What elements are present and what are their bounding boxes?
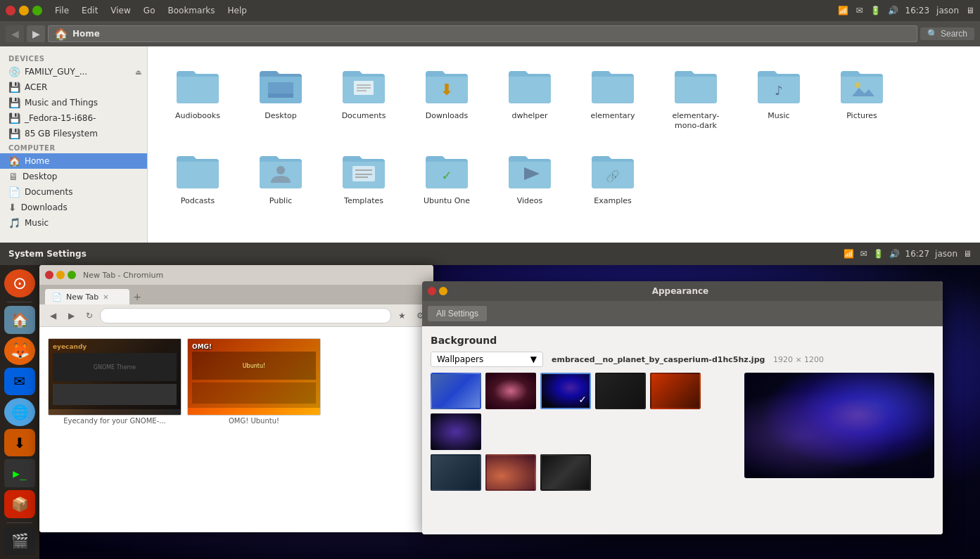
folder-label: Ubuntu One: [424, 196, 470, 206]
menubar: File Edit View Go Bookmarks Help 📶 ✉ 🔋 🔊…: [0, 0, 980, 21]
folder-pictures[interactable]: Pictures: [823, 58, 901, 137]
folder-label: Templates: [344, 196, 383, 206]
all-settings-button[interactable]: All Settings: [428, 306, 487, 321]
chrome-back-button[interactable]: ◀: [45, 308, 61, 323]
folder-ubuntu-one[interactable]: ✓ Ubuntu One: [408, 143, 485, 212]
terminal-icon: ▶_: [13, 467, 26, 480]
wallpaper-row3-2[interactable]: [485, 454, 536, 491]
folder-templates[interactable]: Templates: [325, 143, 402, 212]
launcher-ubuntu[interactable]: ⊙: [4, 269, 35, 297]
minimize-button[interactable]: [19, 6, 29, 15]
folder-desktop[interactable]: Desktop: [242, 58, 319, 137]
sidebar-item-label: _Fedora-15-i686-: [25, 113, 141, 123]
wallpaper-row3-3[interactable]: [540, 454, 591, 491]
wallpaper-row2-2[interactable]: [650, 373, 701, 409]
sidebar-item-acer[interactable]: 💾 ACER: [0, 79, 147, 95]
folder-elementary-mono-dark[interactable]: elementary-mono-dark: [657, 58, 734, 137]
sidebar-item-music[interactable]: 🎵 Music: [0, 215, 147, 231]
launcher-installer[interactable]: ⬇: [4, 429, 35, 457]
menu-bookmarks[interactable]: Bookmarks: [162, 4, 220, 17]
wallpaper-blue[interactable]: [431, 373, 481, 409]
sidebar-item-documents[interactable]: 📄 Documents: [0, 184, 147, 200]
folder-icon: [175, 63, 220, 108]
wallpaper-row2-1[interactable]: [595, 373, 646, 409]
folder-downloads[interactable]: ⬇ Downloads: [408, 58, 485, 137]
menu-go[interactable]: Go: [138, 4, 161, 17]
chrome-maximize-button[interactable]: [68, 271, 76, 279]
forward-button[interactable]: ▶: [27, 25, 45, 42]
launcher-divider-2: [7, 522, 32, 523]
folder-elementary[interactable]: elementary: [574, 58, 651, 137]
device-icon: 💾: [8, 82, 20, 93]
search-label: Search: [941, 29, 967, 39]
folder-examples[interactable]: 🔗 Examples: [574, 143, 651, 212]
launcher-video[interactable]: 🎬: [4, 527, 35, 555]
menu-file[interactable]: File: [49, 4, 75, 17]
appearance-window-controls: [428, 287, 447, 295]
clock: 16:23: [905, 6, 930, 15]
launcher-package[interactable]: 📦: [4, 490, 35, 518]
sidebar-item-music-and-things[interactable]: 💾 Music and Things: [0, 95, 147, 110]
folder-documents[interactable]: Documents: [325, 58, 402, 137]
folder-dwhelper[interactable]: dwhelper: [491, 58, 568, 137]
main-area: Devices 💿 FAMILY_GUY_... ⏏ 💾 ACER 💾 Musi…: [0, 46, 980, 243]
menu-view[interactable]: View: [105, 4, 136, 17]
folder-public[interactable]: Public: [242, 143, 319, 212]
eject-button[interactable]: ⏏: [135, 68, 141, 76]
sidebar-item-85gb[interactable]: 💾 85 GB Filesystem: [0, 126, 147, 141]
folder-music[interactable]: ♪ Music: [740, 58, 817, 137]
new-tab-button[interactable]: +: [129, 289, 145, 304]
documents-icon: 📄: [8, 186, 20, 198]
thumbnail-eyecandy[interactable]: eyecandy GNOME Theme Eyecandy for your G…: [48, 338, 182, 426]
sidebar-item-family-guy[interactable]: 💿 FAMILY_GUY_... ⏏: [0, 64, 147, 79]
chromium-icon: 🌐: [11, 404, 29, 420]
sidebar-item-desktop[interactable]: 🖥 Desktop: [0, 169, 147, 184]
svg-text:♪: ♪: [775, 83, 783, 98]
wallpaper-dropdown[interactable]: Wallpapers ▼: [431, 352, 543, 367]
bookmark-button[interactable]: ★: [394, 308, 409, 323]
menu-help[interactable]: Help: [222, 4, 253, 17]
sidebar-item-fedora[interactable]: 💾 _Fedora-15-i686-: [0, 110, 147, 126]
svg-rect-1: [268, 94, 293, 98]
folder-videos[interactable]: Videos: [491, 143, 568, 212]
menu-edit[interactable]: Edit: [76, 4, 103, 17]
wallpaper-row2-3[interactable]: [431, 413, 481, 450]
maximize-button[interactable]: [32, 6, 42, 15]
appearance-title: Appearance: [452, 286, 909, 296]
appearance-close-button[interactable]: [428, 287, 436, 295]
dropdown-label: Wallpapers: [437, 354, 483, 364]
chrome-url-bar[interactable]: [100, 308, 391, 323]
search-button[interactable]: 🔍 Search: [920, 27, 974, 40]
launcher-chromium[interactable]: 🌐: [4, 398, 35, 426]
chrome-reload-button[interactable]: ↻: [82, 308, 97, 323]
wallpaper-pink[interactable]: [485, 373, 536, 409]
settings-title: System Settings: [8, 249, 838, 259]
launcher-home[interactable]: 🏠: [4, 306, 35, 334]
launcher-terminal[interactable]: ▶_: [4, 459, 35, 487]
launcher-firefox[interactable]: 🦊: [4, 337, 35, 365]
tab-icon: 📄: [52, 293, 62, 302]
display-icon: 🖥: [963, 249, 972, 259]
sidebar-item-downloads[interactable]: ⬇ Downloads: [0, 200, 147, 215]
appearance-minimize-button[interactable]: [439, 287, 447, 295]
mail-icon: ✉: [855, 6, 863, 15]
thumbnail-omg[interactable]: OMG! Ubuntu! OMG! Ubuntu!: [187, 338, 321, 426]
sidebar-item-home[interactable]: 🏠 Home: [0, 153, 147, 169]
back-button[interactable]: ◀: [6, 25, 24, 42]
folder-audiobooks[interactable]: Audiobooks: [159, 58, 236, 137]
wallpaper-row3-1[interactable]: [431, 454, 481, 491]
close-button[interactable]: [6, 6, 15, 15]
launcher-thunderbird[interactable]: ✉: [4, 368, 35, 396]
folder-label: Podcasts: [181, 196, 215, 206]
status-area: 📶 ✉ 🔋 🔊 16:23 jason 🖥: [838, 6, 974, 15]
chrome-close-button[interactable]: [45, 271, 53, 279]
chrome-forward-button[interactable]: ▶: [63, 308, 79, 323]
chrome-thumbnails: eyecandy GNOME Theme Eyecandy for your G…: [39, 327, 433, 432]
wallpaper-dark-space[interactable]: [540, 373, 591, 409]
background-section-title: Background: [431, 335, 934, 346]
wifi-icon: 📶: [838, 6, 848, 15]
folder-podcasts[interactable]: Podcasts: [159, 143, 236, 212]
tab-close-button[interactable]: ✕: [103, 293, 108, 301]
chrome-minimize-button[interactable]: [56, 271, 65, 279]
chrome-tab-newtab[interactable]: 📄 New Tab ✕: [45, 289, 129, 304]
